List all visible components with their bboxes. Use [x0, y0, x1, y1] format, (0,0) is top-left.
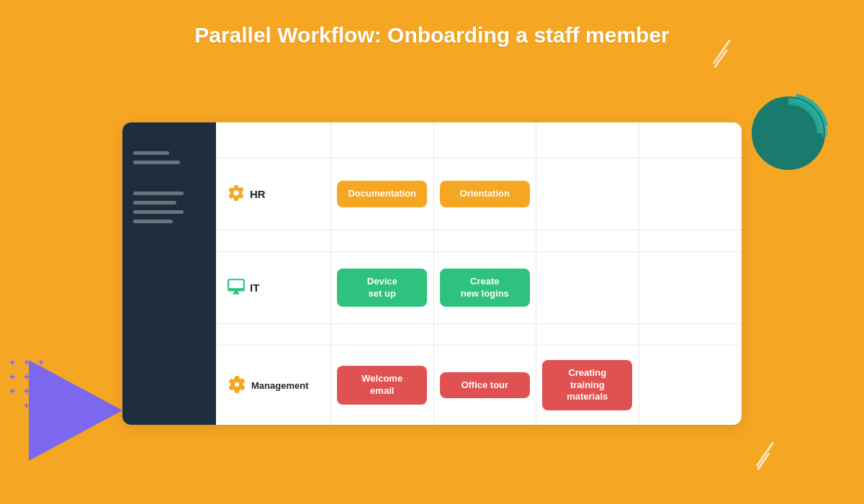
mgmt-task-training-materials[interactable]: Creating training materials	[542, 360, 632, 411]
gap1-label	[216, 230, 331, 252]
mgmt-cog-icon	[227, 374, 251, 397]
header-cell-2	[434, 122, 537, 158]
svg-point-2	[234, 191, 239, 196]
sidebar-line-6	[133, 220, 173, 223]
gap2-c3	[536, 324, 639, 346]
sidebar-line-4	[133, 201, 176, 204]
svg-point-4	[235, 382, 239, 386]
gap2-c4	[639, 324, 742, 346]
dot: +	[7, 372, 17, 382]
mgmt-task-1-cell: Welcomeemail	[331, 346, 434, 425]
it-task-2-cell: Createnew logins	[434, 252, 537, 324]
sidebar-line-5	[133, 210, 184, 214]
hr-task-documentation[interactable]: Documentation	[337, 181, 427, 207]
sidebar-line-2	[133, 161, 180, 164]
dot: +	[7, 357, 17, 367]
deco-circle	[749, 94, 828, 176]
sidebar-line-1	[133, 151, 169, 155]
table-area: HR Documentation Orientation	[216, 122, 742, 425]
mgmt-row-label: Management	[216, 346, 331, 425]
hr-empty-2	[639, 158, 742, 230]
mgmt-task-welcome-email[interactable]: Welcomeemail	[337, 366, 427, 405]
gap1-c4	[639, 230, 742, 252]
gap2-label	[216, 324, 331, 346]
workflow-grid: HR Documentation Orientation	[216, 122, 742, 425]
gap1-c3	[536, 230, 639, 252]
gap1-c2	[434, 230, 537, 252]
mgmt-task-office-tour[interactable]: Office tour	[440, 372, 530, 399]
header-cell-label	[216, 122, 331, 158]
hr-row-label: HR	[216, 158, 331, 230]
it-row-label: IT	[216, 252, 331, 324]
header-cell-3	[536, 122, 639, 158]
it-monitor-icon	[227, 277, 250, 298]
deco-triangle	[29, 360, 122, 461]
mgmt-empty-1	[639, 346, 742, 425]
it-task-device-setup[interactable]: Deviceset up	[337, 269, 427, 307]
it-label: IT	[250, 282, 259, 294]
header-cell-4	[639, 122, 742, 158]
hr-gear-icon	[227, 184, 250, 204]
hr-task-2-cell: Orientation	[434, 158, 537, 230]
mgmt-label: Management	[251, 380, 308, 391]
dot	[7, 400, 17, 410]
mgmt-task-3-cell: Creating training materials	[536, 346, 639, 425]
it-task-new-logins[interactable]: Createnew logins	[440, 269, 530, 307]
mgmt-task-2-cell: Office tour	[434, 346, 537, 425]
header-cell-1	[331, 122, 434, 158]
hr-task-orientation[interactable]: Orientation	[440, 181, 530, 207]
deco-lines-br	[751, 447, 782, 469]
hr-empty-1	[536, 158, 639, 230]
sidebar	[122, 122, 216, 425]
gap2-c1	[331, 324, 434, 346]
page-title: Parallel Workflow: Onboarding a staff me…	[194, 23, 670, 48]
gap2-c2	[434, 324, 537, 346]
dot: +	[7, 386, 17, 396]
hr-task-1-cell: Documentation	[331, 158, 434, 230]
hr-label: HR	[250, 188, 266, 200]
main-card: HR Documentation Orientation	[122, 122, 742, 425]
gap1-c1	[331, 230, 434, 252]
deco-lines-tr	[708, 45, 739, 67]
sidebar-line-3	[133, 192, 184, 195]
it-empty-1	[536, 252, 639, 324]
it-task-1-cell: Deviceset up	[331, 252, 434, 324]
it-empty-2	[639, 252, 742, 324]
